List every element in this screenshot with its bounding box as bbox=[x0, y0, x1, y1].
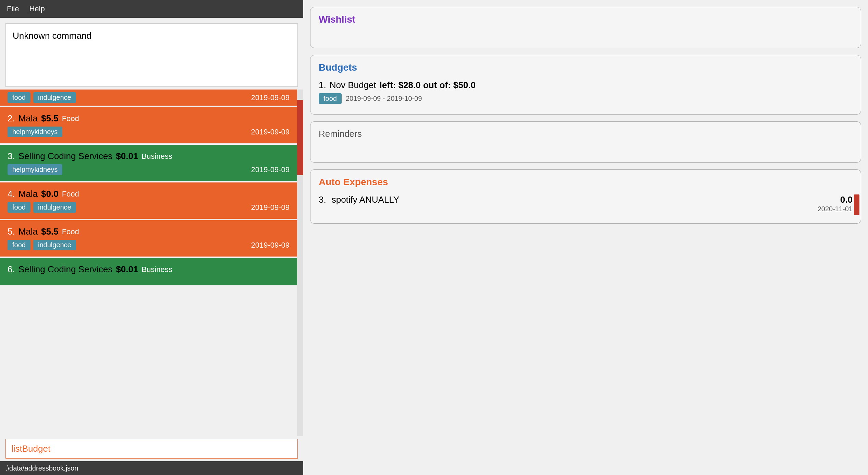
expense-item-1-partial[interactable]: food indulgence 2019-09-09 bbox=[0, 90, 297, 106]
left-panel: File Help Unknown command food indulgenc… bbox=[0, 0, 303, 475]
menu-bar: File Help bbox=[0, 0, 303, 18]
expense-name: Mala bbox=[19, 113, 38, 124]
expense-amount: $5.5 bbox=[41, 226, 59, 237]
menu-file[interactable]: File bbox=[7, 4, 19, 13]
budget-name: Nov Budget bbox=[330, 80, 376, 91]
expense-category: Food bbox=[62, 190, 79, 199]
expense-name: Selling Coding Services bbox=[19, 151, 113, 162]
auto-right: 0.0 2020-11-01 bbox=[818, 194, 853, 213]
budget-amounts: left: $28.0 out of: $50.0 bbox=[380, 80, 476, 91]
expense-item-3[interactable]: 3. Selling Coding Services $0.01 Busines… bbox=[0, 145, 297, 181]
status-path: .\data\addressbook.json bbox=[5, 464, 78, 472]
expense-amount: $0.01 bbox=[116, 151, 138, 162]
command-input[interactable] bbox=[11, 443, 292, 454]
scroll-indicator bbox=[854, 194, 859, 215]
tag-food: food bbox=[8, 202, 30, 213]
right-panel: Wishlist Budgets 1. Nov Budget left: $28… bbox=[303, 0, 868, 475]
budgets-card: Budgets 1. Nov Budget left: $28.0 out of… bbox=[310, 55, 861, 115]
expense-amount: $0.01 bbox=[116, 264, 138, 275]
tag-indulgence: indulgence bbox=[33, 202, 76, 213]
scrollbar[interactable] bbox=[297, 90, 303, 436]
output-area: Unknown command bbox=[5, 23, 298, 87]
tag-indulgence: indulgence bbox=[33, 240, 76, 250]
expense-date: 2019-09-09 bbox=[251, 241, 290, 250]
expense-number: 6. bbox=[8, 264, 15, 275]
auto-number: 3. bbox=[319, 194, 326, 205]
expense-category: Food bbox=[62, 114, 79, 123]
auto-expenses-card: Auto Expenses 3. spotify ANUALLY 0.0 202… bbox=[310, 169, 861, 224]
expense-amount: $5.5 bbox=[41, 113, 59, 124]
list-items: food indulgence 2019-09-09 2. Mala $5.5 … bbox=[0, 90, 297, 287]
auto-date: 2020-11-01 bbox=[818, 205, 853, 213]
expense-number: 5. bbox=[8, 226, 15, 237]
tag-helpmykidneys: helpmykidneys bbox=[8, 127, 62, 137]
expense-category: Business bbox=[142, 265, 172, 274]
expense-item-5[interactable]: 5. Mala $5.5 Food food indulgence 2019-0… bbox=[0, 220, 297, 257]
expense-amount: $0.0 bbox=[41, 189, 59, 199]
expense-date: 2019-09-09 bbox=[251, 165, 290, 174]
output-text: Unknown command bbox=[13, 31, 91, 41]
expense-date: 2019-09-09 bbox=[251, 93, 290, 102]
expense-item-4[interactable]: 4. Mala $0.0 Food food indulgence 2019-0… bbox=[0, 182, 297, 219]
reminders-title: Reminders bbox=[319, 129, 853, 139]
scrollbar-thumb[interactable] bbox=[297, 100, 303, 175]
tag-helpmykidneys: helpmykidneys bbox=[8, 164, 62, 175]
expense-category: Business bbox=[142, 152, 172, 161]
expense-item-6-partial[interactable]: 6. Selling Coding Services $0.01 Busines… bbox=[0, 258, 297, 285]
expense-name: Mala bbox=[19, 189, 38, 199]
status-bar: .\data\addressbook.json bbox=[0, 461, 303, 475]
budget-tag-food: food bbox=[319, 93, 342, 104]
wishlist-card: Wishlist bbox=[310, 7, 861, 48]
auto-expenses-title: Auto Expenses bbox=[319, 177, 853, 188]
budget-item-1[interactable]: 1. Nov Budget left: $28.0 out of: $50.0 … bbox=[319, 76, 853, 107]
wishlist-title: Wishlist bbox=[319, 14, 853, 25]
expense-category: Food bbox=[62, 227, 79, 236]
expense-number: 3. bbox=[8, 151, 15, 162]
expense-date: 2019-09-09 bbox=[251, 128, 290, 136]
budget-number: 1. bbox=[319, 80, 326, 91]
expense-item-2[interactable]: 2. Mala $5.5 Food helpmykidneys 2019-09-… bbox=[0, 107, 297, 143]
reminders-card: Reminders bbox=[310, 121, 861, 163]
expense-date: 2019-09-09 bbox=[251, 203, 290, 212]
input-area[interactable] bbox=[5, 439, 298, 459]
auto-expense-item-1[interactable]: 3. spotify ANUALLY 0.0 2020-11-01 bbox=[319, 191, 853, 216]
budgets-title: Budgets bbox=[319, 62, 853, 73]
list-area: food indulgence 2019-09-09 2. Mala $5.5 … bbox=[0, 90, 303, 436]
tag-food: food bbox=[8, 92, 30, 103]
auto-name: spotify ANUALLY bbox=[332, 194, 812, 205]
tag-indulgence: indulgence bbox=[33, 92, 76, 103]
tag-food: food bbox=[8, 240, 30, 250]
auto-amount: 0.0 bbox=[818, 194, 853, 205]
expense-name: Selling Coding Services bbox=[19, 264, 113, 275]
budget-dates: 2019-09-09 - 2019-10-09 bbox=[346, 95, 422, 103]
expense-name: Mala bbox=[19, 226, 38, 237]
menu-help[interactable]: Help bbox=[29, 4, 45, 13]
expense-number: 4. bbox=[8, 189, 15, 199]
expense-number: 2. bbox=[8, 113, 15, 124]
